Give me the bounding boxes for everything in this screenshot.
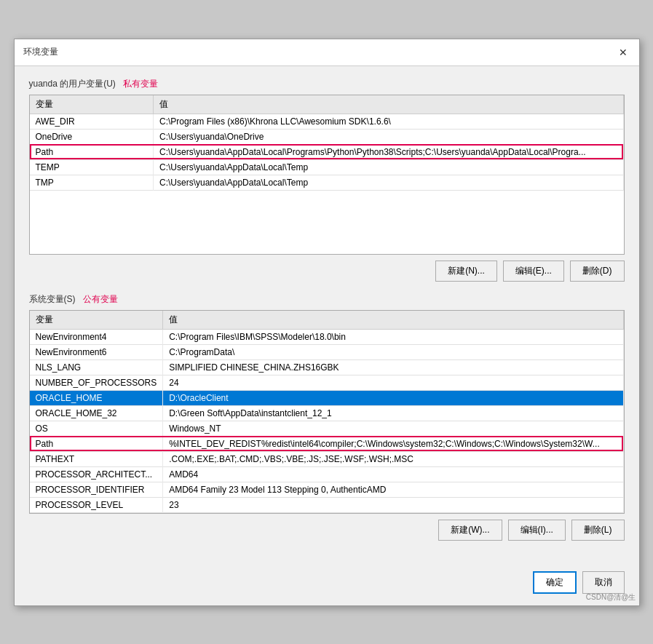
system-variables-table: 变量 值 NewEnvironment4C:\Program Files\IBM… bbox=[30, 311, 624, 513]
env-variables-dialog: 环境变量 ✕ yuanda 的用户变量(U) 私有变量 变量 值 AWE bbox=[14, 39, 640, 606]
user-new-button[interactable]: 新建(N)... bbox=[435, 261, 497, 282]
close-button[interactable]: ✕ bbox=[616, 45, 630, 60]
system-val-cell: C:\Program Files\IBM\SPSS\Modeler\18.0\b… bbox=[163, 329, 623, 344]
system-var-cell: NUMBER_OF_PROCESSORS bbox=[30, 375, 163, 390]
system-val-cell: AMD64 Family 23 Model 113 Stepping 0, Au… bbox=[163, 482, 623, 497]
user-val-cell: C:\Users\yuanda\AppData\Local\Temp bbox=[154, 175, 624, 190]
user-val-cell: C:\Users\yuanda\AppData\Local\Programs\P… bbox=[154, 144, 624, 159]
system-var-cell: OS bbox=[30, 421, 163, 436]
system-val-cell: 23 bbox=[163, 497, 623, 512]
system-val-cell: SIMPLIFIED CHINESE_CHINA.ZHS16GBK bbox=[163, 359, 623, 375]
user-table-header-row: 变量 值 bbox=[30, 95, 624, 114]
user-variables-section: yuanda 的用户变量(U) 私有变量 变量 值 AWE_DIRC:\Prog… bbox=[29, 78, 625, 282]
system-section-header: 系统变量(S) 公有变量 bbox=[29, 293, 625, 306]
user-val-cell: C:\Users\yuanda\OneDrive bbox=[154, 129, 624, 144]
system-val-cell: 24 bbox=[163, 375, 623, 390]
user-table-row[interactable]: OneDriveC:\Users\yuanda\OneDrive bbox=[30, 129, 624, 144]
system-var-cell: NewEnvironment4 bbox=[30, 329, 163, 344]
system-val-cell: AMD64 bbox=[163, 466, 623, 482]
system-col-val-header: 值 bbox=[163, 311, 623, 330]
system-table-header-row: 变量 值 bbox=[30, 311, 624, 330]
user-col-var-header: 变量 bbox=[30, 95, 154, 114]
user-val-cell: C:\Users\yuanda\AppData\Local\Temp bbox=[154, 159, 624, 175]
system-delete-button[interactable]: 删除(L) bbox=[571, 520, 625, 541]
system-table-row[interactable]: OSWindows_NT bbox=[30, 421, 624, 436]
system-var-cell: ORACLE_HOME bbox=[30, 390, 163, 405]
cancel-button[interactable]: 取消 bbox=[582, 571, 625, 594]
user-table-row[interactable]: PathC:\Users\yuanda\AppData\Local\Progra… bbox=[30, 144, 624, 159]
system-table-body: NewEnvironment4C:\Program Files\IBM\SPSS… bbox=[30, 329, 624, 512]
system-var-cell: ORACLE_HOME_32 bbox=[30, 405, 163, 421]
user-table-row[interactable]: TEMPC:\Users\yuanda\AppData\Local\Temp bbox=[30, 159, 624, 175]
user-var-cell: Path bbox=[30, 144, 154, 159]
user-buttons-row: 新建(N)... 编辑(E)... 删除(D) bbox=[29, 261, 625, 282]
system-val-cell: %INTEL_DEV_REDIST%redist\intel64\compile… bbox=[163, 436, 623, 451]
dialog-content: yuanda 的用户变量(U) 私有变量 变量 值 AWE_DIRC:\Prog… bbox=[15, 66, 639, 564]
system-table-row[interactable]: Path%INTEL_DEV_REDIST%redist\intel64\com… bbox=[30, 436, 624, 451]
system-table-row[interactable]: NewEnvironment4C:\Program Files\IBM\SPSS… bbox=[30, 329, 624, 344]
system-table-row[interactable]: PROCESSOR_ARCHITECT...AMD64 bbox=[30, 466, 624, 482]
user-val-cell: C:\Program Files (x86)\Khrona LLC\Awesom… bbox=[154, 114, 624, 129]
user-variables-table: 变量 值 AWE_DIRC:\Program Files (x86)\Khron… bbox=[30, 95, 624, 191]
system-val-cell: Windows_NT bbox=[163, 421, 623, 436]
system-table-row[interactable]: PATHEXT.COM;.EXE;.BAT;.CMD;.VBS;.VBE;.JS… bbox=[30, 451, 624, 466]
user-col-val-header: 值 bbox=[154, 95, 624, 114]
system-val-cell: C:\ProgramData\ bbox=[163, 344, 623, 359]
user-section-subtitle: 私有变量 bbox=[123, 78, 158, 90]
user-edit-button[interactable]: 编辑(E)... bbox=[503, 261, 564, 282]
system-val-cell: D:\OracleClient bbox=[163, 390, 623, 405]
system-var-cell: PATHEXT bbox=[30, 451, 163, 466]
system-var-cell: PROCESSOR_IDENTIFIER bbox=[30, 482, 163, 497]
title-bar: 环境变量 ✕ bbox=[15, 39, 639, 66]
user-table-row[interactable]: TMPC:\Users\yuanda\AppData\Local\Temp bbox=[30, 175, 624, 190]
system-table-row[interactable]: ORACLE_HOMED:\OracleClient bbox=[30, 390, 624, 405]
user-delete-button[interactable]: 删除(D) bbox=[570, 261, 625, 282]
system-var-cell: NewEnvironment6 bbox=[30, 344, 163, 359]
system-table-row[interactable]: NewEnvironment6C:\ProgramData\ bbox=[30, 344, 624, 359]
user-section-title: yuanda 的用户变量(U) bbox=[29, 78, 116, 90]
confirm-button[interactable]: 确定 bbox=[533, 571, 577, 594]
user-var-cell: OneDrive bbox=[30, 129, 154, 144]
system-var-cell: Path bbox=[30, 436, 163, 451]
system-table-row[interactable]: NUMBER_OF_PROCESSORS24 bbox=[30, 375, 624, 390]
user-variables-table-container[interactable]: 变量 值 AWE_DIRC:\Program Files (x86)\Khron… bbox=[29, 95, 625, 255]
system-col-var-header: 变量 bbox=[30, 311, 163, 330]
user-section-header: yuanda 的用户变量(U) 私有变量 bbox=[29, 78, 625, 90]
user-var-cell: TMP bbox=[30, 175, 154, 190]
system-table-row[interactable]: NLS_LANGSIMPLIFIED CHINESE_CHINA.ZHS16GB… bbox=[30, 359, 624, 375]
user-table-row[interactable]: AWE_DIRC:\Program Files (x86)\Khrona LLC… bbox=[30, 114, 624, 129]
system-table-row[interactable]: PROCESSOR_LEVEL23 bbox=[30, 497, 624, 512]
system-table-row[interactable]: PROCESSOR_IDENTIFIERAMD64 Family 23 Mode… bbox=[30, 482, 624, 497]
system-variables-table-container[interactable]: 变量 值 NewEnvironment4C:\Program Files\IBM… bbox=[29, 310, 625, 514]
system-var-cell: PROCESSOR_ARCHITECT... bbox=[30, 466, 163, 482]
system-val-cell: D:\Green Soft\AppData\instantclient_12_1 bbox=[163, 405, 623, 421]
system-var-cell: NLS_LANG bbox=[30, 359, 163, 375]
system-buttons-row: 新建(W)... 编辑(I)... 删除(L) bbox=[29, 520, 625, 541]
system-var-cell: PROCESSOR_LEVEL bbox=[30, 497, 163, 512]
user-table-body: AWE_DIRC:\Program Files (x86)\Khrona LLC… bbox=[30, 114, 624, 190]
dialog-title: 环境变量 bbox=[23, 46, 58, 58]
system-val-cell: .COM;.EXE;.BAT;.CMD;.VBS;.VBE;.JS;.JSE;.… bbox=[163, 451, 623, 466]
system-variables-section: 系统变量(S) 公有变量 变量 值 NewEnvironment4C:\Prog… bbox=[29, 293, 625, 541]
user-var-cell: TEMP bbox=[30, 159, 154, 175]
system-edit-button[interactable]: 编辑(I)... bbox=[508, 520, 566, 541]
system-new-button[interactable]: 新建(W)... bbox=[438, 520, 502, 541]
system-section-title: 系统变量(S) bbox=[29, 293, 76, 306]
bottom-buttons: 确定 取消 bbox=[15, 564, 639, 605]
watermark: CSDN@清@生 bbox=[586, 592, 636, 603]
system-table-row[interactable]: ORACLE_HOME_32D:\Green Soft\AppData\inst… bbox=[30, 405, 624, 421]
user-var-cell: AWE_DIR bbox=[30, 114, 154, 129]
system-section-subtitle: 公有变量 bbox=[83, 293, 118, 306]
